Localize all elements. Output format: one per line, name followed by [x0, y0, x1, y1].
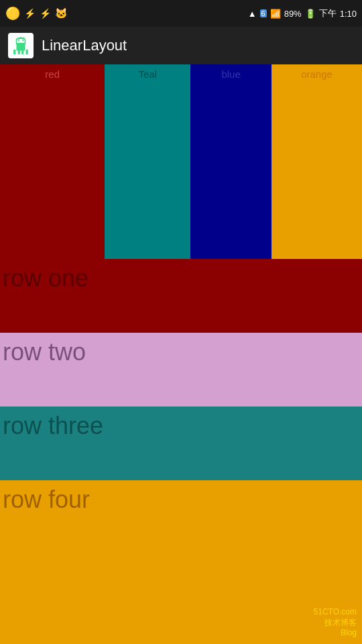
time-period: 下午: [319, 7, 337, 19]
app-icon: [8, 33, 34, 58]
row-two: row two: [0, 333, 362, 407]
usb-icon: ⚡: [24, 8, 36, 19]
col-blue-label: blue: [221, 68, 240, 80]
panda-icon: 🐱: [55, 7, 68, 19]
watermark: 51CTO.com 技术博客 Blog: [314, 607, 357, 639]
usb-icon2: ⚡: [40, 8, 51, 19]
android-robot-icon: [12, 37, 29, 54]
row-one-label: row one: [3, 264, 88, 292]
col-orange-label: orange: [301, 68, 333, 80]
title-bar: LinearLayout: [0, 27, 362, 64]
wifi-icon: ▲: [248, 9, 257, 19]
battery-text: 89%: [284, 9, 302, 19]
color-column-red: red: [0, 64, 105, 259]
watermark-line1: 51CTO.com: [314, 607, 357, 618]
row-three: row three: [0, 407, 362, 480]
row-one: row one: [0, 259, 362, 333]
col-red-label: red: [45, 68, 60, 80]
color-column-orange: orange: [272, 64, 362, 259]
row-four-label: row four: [3, 486, 90, 514]
signal-bars: 📶: [270, 9, 281, 19]
color-column-teal: Teal: [105, 64, 190, 259]
svg-point-0: [18, 40, 19, 41]
row-four: row four 51CTO.com 技术博客 Blog: [0, 480, 362, 644]
color-column-blue: blue: [190, 64, 272, 259]
watermark-line3: Blog: [314, 628, 357, 639]
col-teal-label: Teal: [138, 68, 157, 80]
clock: 1:10: [340, 9, 357, 19]
battery-icon: 🔋: [305, 9, 316, 19]
app-title: LinearLayout: [42, 37, 127, 54]
watermark-line2: 技术博客: [314, 618, 357, 629]
row-two-label: row two: [3, 338, 86, 366]
status-bar: 🟡 ⚡ ⚡ 🐱 ▲ 6 📶 89% 🔋 下午 1:10: [0, 0, 362, 27]
status-right-icons: ▲ 6 📶 89% 🔋 下午 1:10: [248, 7, 357, 19]
main-content: red Teal blue orange row one row two row…: [0, 64, 362, 644]
status-left-icons: 🟡 ⚡ ⚡ 🐱: [5, 6, 68, 21]
svg-point-1: [22, 40, 23, 41]
row-three-label: row three: [3, 412, 103, 440]
color-row: red Teal blue orange: [0, 64, 362, 259]
android-icon: 🟡: [5, 6, 20, 21]
signal-badge: 6: [260, 9, 267, 17]
